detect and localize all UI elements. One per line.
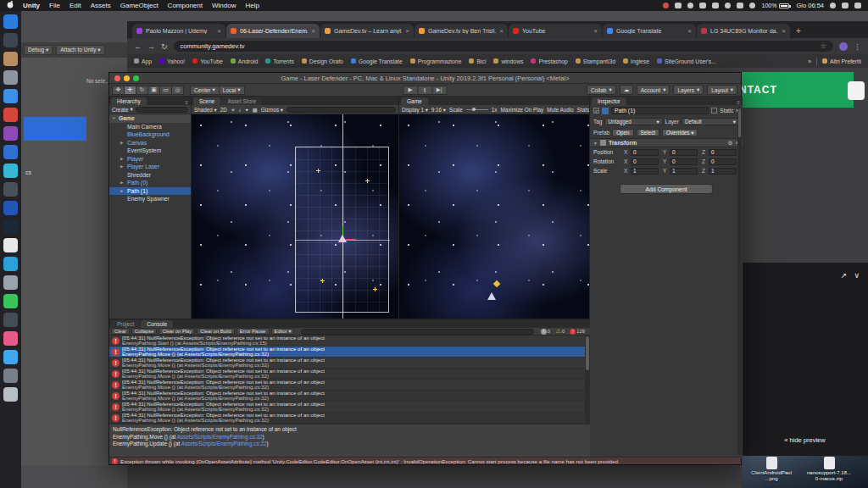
unity-titlebar[interactable]: Game - Laser Defender - PC, Mac & Linux … (109, 73, 741, 84)
scene-search-input[interactable] (287, 107, 396, 113)
back-icon[interactable]: ← (134, 42, 142, 51)
dock-icon[interactable] (3, 14, 18, 29)
close-tab-icon[interactable]: × (593, 27, 598, 35)
dock-icon[interactable] (3, 369, 18, 383)
camera-icon[interactable]: ▦ (253, 107, 258, 113)
close-window-button[interactable] (114, 75, 120, 81)
bookmark-item[interactable]: Prestashop (531, 58, 567, 64)
hierarchy-item[interactable]: ▶ Canvas (109, 139, 191, 147)
audio-icon[interactable]: ♪ (238, 107, 241, 113)
mute-toggle[interactable]: Mute Audio (547, 107, 574, 113)
cloud-icon[interactable]: ☁ (620, 85, 633, 95)
collab-dropdown[interactable]: Collab▾ (587, 85, 616, 95)
reload-icon[interactable]: ↻ (161, 42, 168, 51)
layer-dropdown[interactable]: Default▾ (682, 118, 739, 125)
z-value-field[interactable]: 1 (709, 168, 737, 175)
dock-icon[interactable] (3, 126, 18, 141)
hide-preview-link[interactable]: « hide preview (742, 436, 868, 444)
page-widget[interactable] (848, 81, 865, 100)
transform-tool-button[interactable]: ✥ (112, 86, 125, 95)
clear-on-play-button[interactable]: Clear on Play (159, 328, 195, 335)
stats-toggle[interactable]: Stats (577, 107, 589, 113)
status-icon[interactable] (737, 3, 743, 8)
play-control-button[interactable]: ‖ (417, 86, 432, 95)
transform-tool-button[interactable]: ✛ (124, 86, 136, 95)
prefab-select-button[interactable]: Select (637, 129, 660, 136)
clear-button[interactable]: Clear (111, 328, 130, 335)
hierarchy-item[interactable]: ▶ Path (0) (109, 179, 191, 187)
new-tab-button[interactable]: + (796, 26, 801, 36)
apple-icon[interactable] (7, 1, 14, 10)
info-count[interactable]: 0 (541, 329, 550, 335)
tab-game[interactable]: Game (401, 97, 428, 105)
bookmark-item[interactable]: SiteGround User's... (657, 58, 716, 64)
console-scrollbar[interactable] (585, 336, 590, 424)
dock-icon[interactable] (3, 182, 18, 197)
maximize-toggle[interactable]: Maximize On Play (500, 107, 543, 113)
bookmark-item[interactable]: Stampanti3d (576, 58, 615, 64)
status-icon[interactable] (687, 3, 693, 8)
status-icon[interactable] (725, 3, 731, 8)
active-checkbox[interactable]: ✓ (593, 108, 599, 114)
expand-icon[interactable]: ▼ (593, 141, 598, 146)
y-value-field[interactable]: 1 (670, 168, 698, 175)
dock-icon[interactable] (3, 238, 18, 252)
dock-icon[interactable] (3, 275, 18, 290)
bookmark-star-icon[interactable]: ☆ (821, 42, 826, 50)
add-component-button[interactable]: Add Component (620, 184, 713, 194)
bookmark-item[interactable]: Bici (469, 58, 486, 64)
menu-item-edit[interactable]: Edit (70, 2, 81, 9)
tag-dropdown[interactable]: Untagged▾ (604, 118, 662, 125)
error-count[interactable]: 129 (570, 329, 585, 335)
dock-icon[interactable] (3, 387, 18, 402)
status-icon[interactable] (699, 3, 706, 8)
shaded-dropdown[interactable]: Shaded ▾ (194, 107, 217, 113)
browser-tab[interactable]: GameDev.tv by Ben Trisli... × (415, 24, 508, 38)
prefab-overrides-dropdown[interactable]: Overrides ▾ (662, 129, 698, 136)
status-icon[interactable] (854, 3, 861, 8)
console-log-row[interactable]: [05:44:31] NullReferenceException: Objec… (109, 391, 585, 402)
unity-statusbar[interactable]: Exception thrown while invoking [OnOpenA… (109, 457, 741, 464)
waypoint-marker[interactable] (316, 169, 320, 173)
lighting-icon[interactable]: ☀ (231, 107, 236, 113)
inspector-scrollbar[interactable] (737, 107, 742, 455)
close-tab-icon[interactable]: × (687, 27, 692, 35)
bookmark-item[interactable]: Design Orafo (302, 58, 343, 64)
browser-tab[interactable]: GameDev.tv – Learn anyt... × (320, 24, 414, 38)
dock-icon[interactable] (3, 313, 18, 327)
bookmark-item[interactable]: App (134, 58, 152, 64)
bookmark-item[interactable]: windows (493, 58, 523, 64)
y-value-field[interactable]: 0 (670, 149, 698, 156)
url-bar[interactable]: community.gamedev.tv ☆ (174, 41, 833, 52)
create-button[interactable]: Create▾ (112, 106, 133, 113)
x-value-field[interactable]: 0 (631, 158, 659, 165)
menu-item-file[interactable]: File (49, 2, 60, 9)
vs-debug-dropdown[interactable]: Debug ▾ (24, 45, 53, 55)
vs-attach-dropdown[interactable]: Attach to Unity ▾ (56, 45, 104, 55)
x-value-field[interactable]: 0 (631, 149, 659, 156)
desktop-file[interactable]: nanosupport-7.18... 0-macos.zip (804, 457, 854, 482)
dock-icon[interactable] (3, 108, 18, 122)
menubar-clock[interactable]: Gio 06:54 (796, 2, 824, 9)
browser-menu-icon[interactable]: ⋮ (854, 42, 861, 51)
menu-item-window[interactable]: Window (212, 2, 236, 9)
layers-dropdown[interactable]: Layers▾ (673, 85, 704, 95)
z-value-field[interactable]: 0 (709, 158, 737, 165)
layout-dropdown[interactable]: Layout▾ (707, 85, 737, 95)
error-pause-button[interactable]: Error Pause (236, 328, 270, 335)
zoom-window-button[interactable] (133, 75, 139, 81)
close-tab-icon[interactable]: × (405, 27, 409, 35)
transform-tool-button[interactable]: ▭ (159, 86, 172, 95)
bookmark-item[interactable]: Inglese (623, 58, 649, 64)
hierarchy-item[interactable]: ▶ Player Laser (109, 163, 191, 171)
collapse-icon[interactable]: ∨ (854, 271, 860, 280)
browser-tab[interactable]: YouTube × (509, 24, 602, 38)
console-log-row[interactable]: [05:44:31] NullReferenceException: Objec… (109, 413, 585, 424)
hierarchy-item[interactable]: Shredder (109, 171, 191, 180)
hierarchy-item[interactable]: ▶ Player (109, 155, 191, 164)
warning-count[interactable]: 0 (555, 329, 565, 335)
dock-icon[interactable] (3, 52, 18, 66)
transform-tool-button[interactable]: ▣ (147, 86, 160, 95)
panel-menu-icon[interactable]: ≡ (737, 100, 740, 105)
display-dropdown[interactable]: Display 1 ▾ (402, 107, 428, 113)
